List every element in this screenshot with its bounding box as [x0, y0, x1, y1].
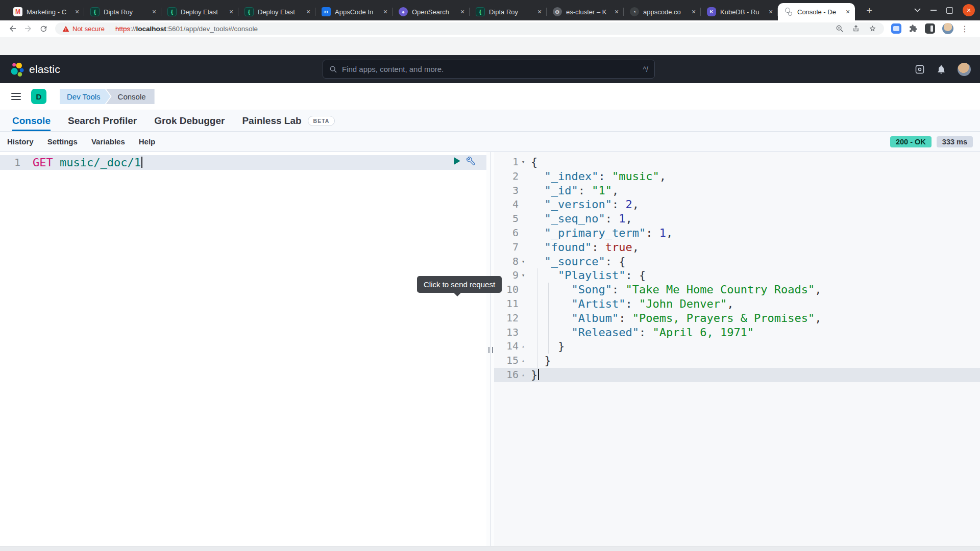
browser-tab[interactable]: AppsCode In — [315, 3, 393, 20]
browser-profile-avatar[interactable] — [942, 23, 953, 34]
browser-tab[interactable]: KubeDB - Ru — [701, 3, 778, 20]
response-line: 14 } — [494, 339, 980, 354]
window-close-button[interactable] — [963, 4, 975, 16]
bookmark-star-icon[interactable] — [868, 24, 877, 33]
pane-splitter[interactable] — [486, 152, 494, 546]
elastic-logo[interactable]: elastic — [9, 62, 60, 77]
json-token: : — [605, 255, 619, 268]
browser-tab[interactable]: Console - De — [778, 3, 855, 20]
tab-close-icon[interactable] — [767, 8, 775, 16]
global-search-input[interactable]: Find apps, content, and more. ^/ — [323, 60, 655, 79]
reload-button[interactable] — [36, 21, 51, 36]
tab-title: es-cluster – K — [566, 8, 608, 16]
json-token: "April 6, 1971" — [652, 326, 754, 339]
bookmarks-bar — [0, 37, 980, 55]
browser-tab[interactable]: Deploy Elast — [161, 3, 238, 20]
tab-search-profiler[interactable]: Search Profiler — [68, 110, 137, 131]
menu-help[interactable]: Help — [139, 137, 156, 146]
search-shortcut-hint: ^/ — [643, 65, 648, 73]
browser-tab[interactable]: appscode.co — [624, 3, 701, 20]
gmail-favicon — [13, 7, 22, 16]
tab-close-icon[interactable] — [458, 8, 467, 16]
json-token: : — [578, 184, 592, 197]
tab-title: Deploy Elast — [258, 8, 300, 16]
tab-close-icon[interactable] — [304, 8, 312, 16]
response-line-text: "Playlist": { — [528, 268, 646, 283]
response-line-number: 6 — [494, 226, 519, 240]
extensions-puzzle-icon[interactable] — [909, 24, 918, 33]
browser-tab[interactable]: Deploy Elast — [238, 3, 315, 20]
notifications-bell-icon[interactable] — [936, 64, 946, 74]
splitter-handle-icon[interactable] — [488, 347, 493, 353]
tab-search-chevron-icon[interactable] — [914, 8, 921, 12]
code-favicon — [244, 7, 254, 16]
browser-tab[interactable]: OpenSearch — [393, 3, 470, 20]
response-viewer[interactable]: 1{2 "_index": "music",3 "_id": "1",4 "_v… — [494, 152, 980, 546]
tab-close-icon[interactable] — [381, 8, 389, 16]
not-secure-label[interactable]: Not secure — [72, 25, 105, 33]
menu-history[interactable]: History — [7, 137, 34, 146]
share-icon[interactable] — [852, 24, 860, 33]
search-icon — [329, 65, 337, 73]
fold-spacer — [519, 184, 528, 198]
request-options-wrench-icon[interactable] — [467, 157, 475, 165]
menu-hamburger-icon[interactable] — [11, 93, 21, 101]
tab-close-icon[interactable] — [844, 8, 852, 16]
json-token: } — [545, 354, 551, 367]
user-avatar[interactable] — [958, 63, 971, 76]
json-token: "Released" — [571, 326, 639, 339]
minimize-button[interactable] — [930, 10, 937, 11]
response-line-text: { — [528, 155, 537, 169]
response-line: 2 "_index": "music", — [494, 169, 980, 184]
fold-end-icon[interactable] — [519, 368, 528, 382]
response-line-text: } — [528, 339, 565, 354]
browser-tab[interactable]: Marketing - C — [7, 3, 84, 20]
menu-settings[interactable]: Settings — [47, 137, 78, 146]
browser-tab[interactable]: Dipta Roy — [84, 3, 161, 20]
tab-painless-lab-group[interactable]: Painless Lab BETA — [242, 110, 335, 131]
side-panel-icon[interactable] — [925, 23, 935, 34]
screen: Marketing - CDipta RoyDeploy ElastDeploy… — [0, 0, 980, 551]
response-line: 10 "Song": "Take Me Home Country Roads", — [494, 283, 980, 297]
new-tab-button[interactable]: + — [863, 4, 876, 17]
editor-scrollbar-track[interactable] — [0, 546, 980, 551]
space-avatar[interactable]: D — [31, 89, 46, 104]
address-bar[interactable]: Not secure https://localhost:5601/app/de… — [55, 22, 884, 35]
zoom-indicator-icon[interactable] — [836, 24, 844, 33]
browser-tab[interactable]: Dipta Roy — [470, 3, 547, 20]
request-editor[interactable]: 1 GET music/_doc/1 — [0, 152, 486, 546]
tab-title: appscode.co — [643, 8, 685, 16]
json-token: "_source" — [545, 255, 605, 268]
menu-variables[interactable]: Variables — [91, 137, 125, 146]
json-token: "1" — [592, 184, 612, 197]
tab-console[interactable]: Console — [12, 110, 51, 131]
response-line-number: 2 — [494, 169, 519, 184]
fold-open-icon[interactable] — [519, 155, 528, 169]
response-line-text: "_seq_no": 1, — [528, 212, 632, 226]
send-request-play-icon[interactable] — [453, 157, 461, 165]
tab-close-icon[interactable] — [690, 8, 698, 16]
tab-close-icon[interactable] — [227, 8, 235, 16]
back-button[interactable] — [5, 21, 20, 36]
json-token: : — [646, 227, 659, 239]
elastic-favicon — [784, 7, 793, 16]
tab-grok-debugger[interactable]: Grok Debugger — [154, 110, 225, 131]
guided-setup-icon[interactable] — [915, 64, 925, 74]
fold-end-icon[interactable] — [519, 339, 528, 354]
fold-open-icon[interactable] — [519, 255, 528, 269]
fold-open-icon[interactable] — [519, 268, 528, 283]
forward-button[interactable] — [20, 21, 36, 36]
tab-close-icon[interactable] — [150, 8, 158, 16]
tab-painless-lab[interactable]: Painless Lab — [242, 110, 301, 131]
request-code[interactable]: GET music/_doc/1 — [33, 155, 142, 170]
breadcrumb-dev-tools[interactable]: Dev Tools — [60, 89, 111, 104]
extension-icon[interactable] — [891, 23, 901, 34]
request-token: music/_doc/1 — [53, 156, 141, 169]
tab-close-icon[interactable] — [612, 8, 621, 16]
tab-close-icon[interactable] — [73, 8, 81, 16]
browser-tab[interactable]: es-cluster – K — [547, 3, 624, 20]
tab-close-icon[interactable] — [535, 8, 544, 16]
maximize-button[interactable] — [946, 7, 953, 14]
browser-menu-icon[interactable]: ⋮ — [961, 24, 969, 34]
fold-end-icon[interactable] — [519, 354, 528, 368]
